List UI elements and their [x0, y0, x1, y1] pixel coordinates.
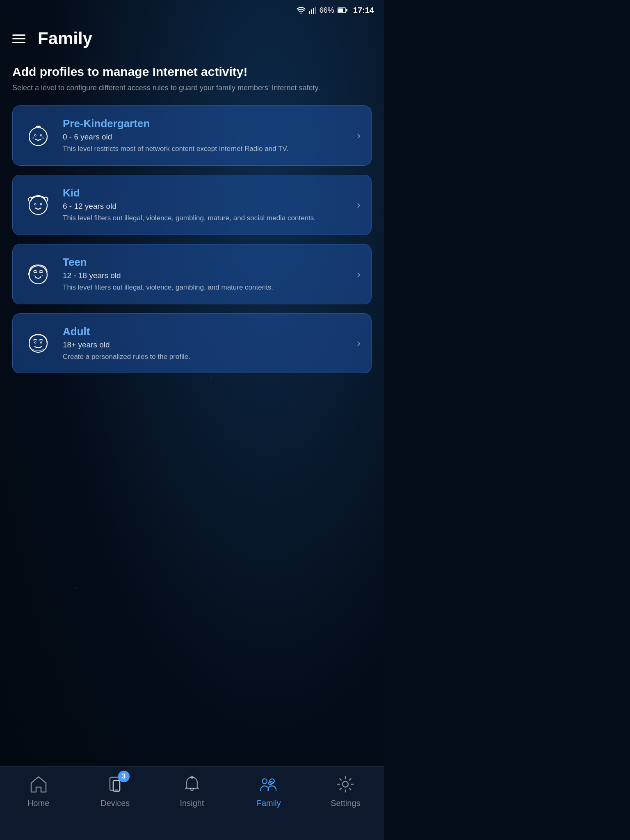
header: Family — [0, 21, 384, 52]
teen-info: Teen 12 - 18 years old This level filter… — [63, 256, 347, 292]
svg-point-22 — [34, 275, 34, 276]
nav-item-home[interactable]: Home — [0, 774, 77, 808]
nav-item-devices[interactable]: 3 Devices — [77, 774, 153, 808]
devices-icon: 3 — [105, 774, 126, 794]
teen-name: Teen — [63, 256, 347, 269]
svg-point-13 — [42, 137, 44, 139]
nav-item-settings[interactable]: Settings — [307, 774, 384, 808]
main-subheadline: Select a level to configure different ac… — [12, 83, 372, 93]
kid-desc: This level filters out illegal, violence… — [63, 213, 347, 223]
preK-name: Pre-Kindergarten — [63, 117, 347, 130]
family-icon — [258, 774, 279, 794]
page-title: Family — [38, 29, 92, 48]
teen-desc: This level filters out illegal, violence… — [63, 283, 347, 292]
svg-point-38 — [342, 781, 348, 787]
kid-age: 6 - 12 years old — [63, 202, 347, 211]
devices-badge: 3 — [118, 771, 130, 782]
svg-rect-6 — [338, 9, 343, 12]
preK-info: Pre-Kindergarten 0 - 6 years old This le… — [63, 117, 347, 154]
svg-point-29 — [35, 342, 36, 343]
settings-icon — [335, 774, 356, 794]
profile-card-kid[interactable]: Kid 6 - 12 years old This level filters … — [12, 175, 372, 235]
preK-age: 0 - 6 years old — [63, 132, 347, 142]
svg-rect-3 — [315, 7, 316, 14]
profile-card-teen[interactable]: Teen 12 - 18 years old This level filter… — [12, 244, 372, 304]
svg-point-30 — [41, 342, 41, 343]
svg-point-24 — [40, 276, 41, 277]
kid-name: Kid — [63, 187, 347, 199]
nav-item-insight[interactable]: Insight — [153, 774, 230, 808]
devices-label: Devices — [100, 799, 130, 808]
svg-rect-1 — [311, 9, 312, 14]
svg-point-18 — [41, 204, 41, 205]
insight-label: Insight — [180, 799, 204, 808]
battery-icon — [338, 7, 347, 14]
signal-icon — [309, 7, 316, 14]
teen-chevron: › — [357, 268, 361, 281]
teen-icon — [23, 259, 53, 289]
adult-age: 18+ years old — [63, 340, 347, 349]
menu-button[interactable] — [12, 34, 25, 43]
profile-card-preK[interactable]: Pre-Kindergarten 0 - 6 years old This le… — [12, 105, 372, 166]
svg-point-7 — [29, 128, 47, 146]
insight-icon — [182, 774, 202, 794]
svg-point-23 — [35, 276, 36, 277]
svg-point-12 — [32, 137, 34, 139]
adult-info: Adult 18+ years old Create a personalize… — [63, 325, 347, 362]
main-headline: Add profiles to manage Internet activity… — [12, 65, 372, 79]
svg-rect-2 — [313, 8, 314, 14]
svg-point-10 — [35, 135, 36, 135]
main-content: Add profiles to manage Internet activity… — [0, 52, 384, 390]
preK-chevron: › — [357, 129, 361, 142]
svg-point-17 — [35, 204, 36, 205]
svg-point-19 — [29, 266, 47, 284]
svg-point-11 — [41, 135, 41, 135]
svg-rect-5 — [346, 9, 347, 11]
home-icon — [28, 774, 49, 794]
status-bar: 66% 17:14 — [0, 0, 384, 21]
status-icons: 66% 17:14 — [297, 6, 374, 15]
family-label: Family — [257, 799, 281, 808]
settings-label: Settings — [331, 799, 360, 808]
svg-rect-0 — [309, 11, 310, 14]
adult-chevron: › — [357, 337, 361, 349]
kid-chevron: › — [357, 199, 361, 211]
svg-point-25 — [42, 275, 43, 276]
adult-icon — [23, 329, 53, 358]
adult-desc: Create a personalized rules to the profi… — [63, 352, 347, 362]
svg-point-36 — [262, 779, 267, 784]
battery-percent: 66% — [320, 6, 334, 15]
bottom-nav: Home 3 Devices — [0, 766, 384, 840]
home-label: Home — [27, 799, 49, 808]
adult-name: Adult — [63, 325, 347, 338]
wifi-icon — [297, 7, 306, 14]
preK-desc: This level restricts most of network con… — [63, 144, 347, 154]
teen-age: 12 - 18 years old — [63, 271, 347, 280]
kid-info: Kid 6 - 12 years old This level filters … — [63, 187, 347, 223]
preK-icon — [23, 121, 53, 151]
svg-point-37 — [270, 779, 275, 784]
status-time: 17:14 — [353, 6, 374, 15]
nav-item-family[interactable]: Family — [231, 774, 307, 808]
profile-card-adult[interactable]: Adult 18+ years old Create a personalize… — [12, 313, 372, 374]
kid-icon — [23, 190, 53, 219]
